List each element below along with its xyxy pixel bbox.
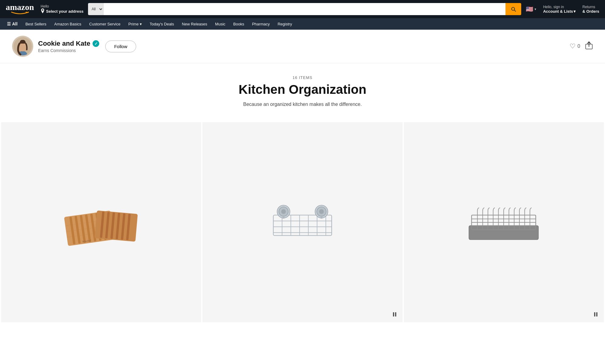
- nav-music[interactable]: Music: [212, 18, 229, 30]
- pause-bar-right: [395, 312, 396, 316]
- verified-badge: ✓: [93, 40, 99, 47]
- nav-amazon-basics[interactable]: Amazon Basics: [51, 18, 85, 30]
- svg-rect-40: [321, 215, 322, 219]
- flag-icon: 🇺🇸: [526, 5, 533, 13]
- heart-icon: ♡: [570, 42, 576, 50]
- pause-indicator-2: [592, 311, 600, 318]
- profile-actions: ♡ 0: [570, 41, 593, 51]
- collection-info: 16 ITEMS Kitchen Organization Because an…: [0, 63, 605, 116]
- account-menu[interactable]: Hello, sign in Account & Lists ▾: [541, 3, 578, 15]
- follow-button[interactable]: Follow: [105, 41, 136, 52]
- flag-arrow: ▾: [535, 7, 536, 11]
- nav-books-label: Books: [233, 22, 244, 26]
- profile-section: Cookie and Kate ✓ Earns Commissions Foll…: [0, 30, 605, 63]
- collection-title: Kitchen Organization: [6, 82, 599, 97]
- search-button[interactable]: [505, 3, 521, 15]
- nav-music-label: Music: [215, 22, 225, 26]
- search-bar: All: [88, 3, 522, 15]
- nav-best-sellers[interactable]: Best Sellers: [22, 18, 50, 30]
- pause-indicator: [391, 311, 398, 318]
- items-count: 16 ITEMS: [6, 75, 599, 80]
- pause-bar-left-2: [594, 312, 595, 316]
- product-image-wire-basket: [233, 152, 373, 292]
- returns-orders[interactable]: Returns & Orders: [580, 3, 601, 15]
- account-hello: Hello, sign in: [543, 5, 576, 9]
- address-select-text: Select your address: [41, 8, 83, 14]
- nav-best-sellers-label: Best Sellers: [25, 22, 46, 26]
- nav-new-releases[interactable]: New Releases: [178, 18, 211, 30]
- nav-todays-deals[interactable]: Today's Deals: [146, 18, 178, 30]
- product-image-dish-rack: [434, 152, 574, 292]
- profile-info: Cookie and Kate ✓ Earns Commissions: [38, 40, 99, 53]
- search-input[interactable]: [103, 3, 506, 15]
- nav-amazon-basics-label: Amazon Basics: [54, 22, 81, 26]
- nav-registry-label: Registry: [278, 22, 292, 26]
- amazon-logo[interactable]: amazon: [4, 2, 36, 17]
- site-header: amazon Hello Select your address All 🇺🇸 …: [0, 0, 605, 18]
- product-card-dish-rack[interactable]: [404, 122, 604, 322]
- svg-point-39: [319, 209, 324, 214]
- nav-prime[interactable]: Prime ▾: [125, 18, 145, 30]
- navigation-bar: ☰ ☰ All All Best Sellers Amazon Basics C…: [0, 18, 605, 30]
- profile-name-row: Cookie and Kate ✓: [38, 40, 99, 48]
- profile-sub: Earns Commissions: [38, 48, 99, 53]
- nav-customer-service[interactable]: Customer Service: [86, 18, 124, 30]
- svg-rect-36: [283, 215, 284, 219]
- hamburger-icon: ☰: [7, 21, 11, 26]
- product-grid: Wüsthof: [0, 116, 605, 328]
- collection-description: Because an organized kitchen makes all t…: [6, 102, 599, 107]
- product-image-knife-block: Wüsthof: [31, 152, 171, 292]
- share-button[interactable]: [585, 41, 593, 51]
- nav-customer-service-label: Customer Service: [89, 22, 120, 26]
- nav-prime-label: Prime ▾: [128, 22, 142, 26]
- nav-pharmacy[interactable]: Pharmacy: [249, 18, 273, 30]
- address-hello: Hello: [41, 4, 83, 8]
- nav-pharmacy-label: Pharmacy: [252, 22, 270, 26]
- returns-label: Returns: [582, 5, 599, 9]
- svg-point-35: [281, 209, 286, 214]
- nav-new-releases-label: New Releases: [182, 22, 207, 26]
- main-content: Cookie and Kate ✓ Earns Commissions Foll…: [0, 30, 605, 328]
- product-card-knife-block[interactable]: Wüsthof: [1, 122, 201, 322]
- nav-books[interactable]: Books: [230, 18, 247, 30]
- avatar: [12, 36, 33, 57]
- nav-todays-deals-label: Today's Deals: [150, 22, 174, 26]
- account-main: Account & Lists ▾: [543, 9, 576, 14]
- likes-number: 0: [577, 44, 580, 49]
- pause-bar-right-2: [596, 312, 597, 316]
- returns-main: & Orders: [582, 9, 599, 14]
- account-arrow: ▾: [574, 9, 576, 14]
- likes-count: ♡ 0: [570, 42, 580, 50]
- pause-bar-left: [393, 312, 394, 316]
- nav-all-menu[interactable]: ☰ ☰ All All: [4, 18, 21, 30]
- language-selector[interactable]: 🇺🇸 ▾: [524, 4, 538, 14]
- nav-registry[interactable]: Registry: [274, 18, 296, 30]
- profile-name: Cookie and Kate: [38, 40, 90, 48]
- product-card-wire-basket[interactable]: [202, 122, 402, 322]
- address-selector[interactable]: Hello Select your address: [38, 3, 86, 15]
- search-category-select[interactable]: All: [88, 3, 103, 15]
